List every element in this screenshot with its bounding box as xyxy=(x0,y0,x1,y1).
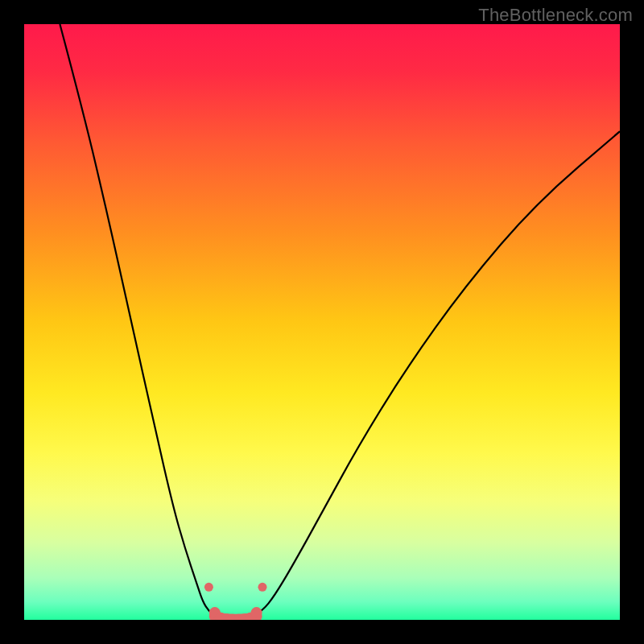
watermark-text: TheBottleneck.com xyxy=(478,5,633,26)
marker-point xyxy=(204,583,213,592)
marker-point xyxy=(251,607,262,618)
marker-point xyxy=(258,583,267,592)
chart-svg xyxy=(24,24,620,620)
chart-frame: TheBottleneck.com xyxy=(0,0,644,644)
chart-plot-area xyxy=(24,24,620,620)
plot-background xyxy=(24,24,620,620)
